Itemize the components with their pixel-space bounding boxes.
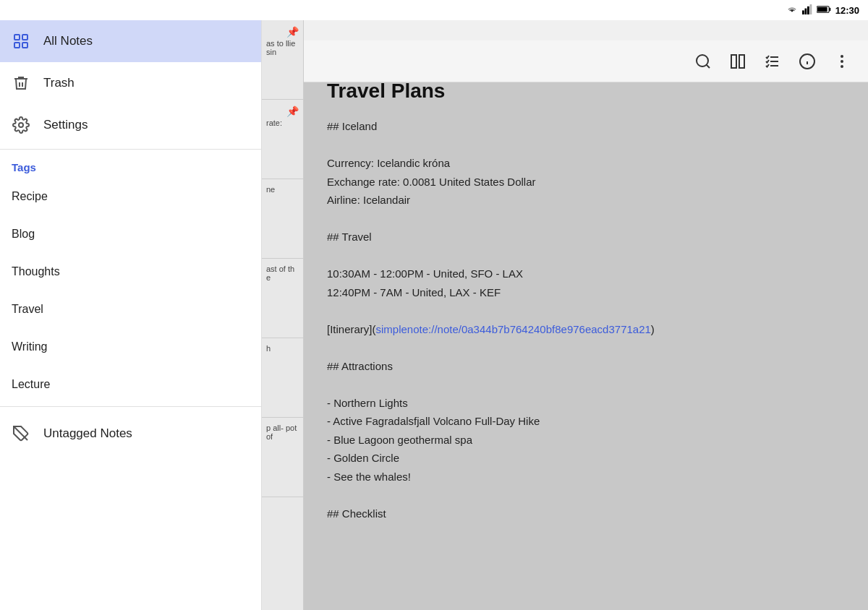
note-list-item-4[interactable]: ast of the (262, 259, 303, 338)
sidebar-item-settings[interactable]: Settings (0, 104, 261, 146)
itinerary-link[interactable]: simplenote://note/0a344b7b764240bf8e976e… (376, 323, 651, 335)
pin-icon-2: 📌 (286, 106, 299, 117)
sidebar-item-trash[interactable]: Trash (0, 62, 261, 104)
svg-line-13 (14, 427, 27, 440)
sidebar-tag-lecture[interactable]: Lecture (0, 366, 261, 403)
trash-icon (12, 74, 30, 93)
tag-blog-label: Blog (12, 228, 35, 241)
right-panel: Travel Plans ## IcelandCurrency: Iceland… (304, 20, 868, 610)
tag-thoughts-label: Thoughts (12, 265, 60, 278)
untagged-label: Untagged Notes (43, 426, 132, 441)
svg-rect-3 (809, 4, 812, 14)
tag-lecture-label: Lecture (12, 378, 50, 391)
pin-icon-1: 📌 (286, 26, 299, 38)
note-list-item-1[interactable]: 📌 as to lliesin (262, 20, 303, 100)
note-list-item-2[interactable]: 📌 rate: (262, 100, 303, 179)
divider-1 (0, 149, 261, 150)
note-body: ## IcelandCurrency: Icelandic krónaExcha… (327, 117, 845, 523)
checklist-button[interactable] (758, 47, 787, 76)
tags-header: Tags (0, 152, 261, 178)
tag-recipe-label: Recipe (12, 190, 48, 203)
settings-label: Settings (43, 118, 88, 132)
untagged-icon (12, 424, 30, 443)
svg-rect-5 (829, 7, 830, 10)
sidebar-item-untagged[interactable]: Untagged Notes (0, 413, 261, 455)
sidebar: All Notes Trash Settings (0, 20, 262, 610)
main-layout: All Notes Trash Settings (0, 20, 868, 610)
divider-2 (0, 406, 261, 407)
svg-point-24 (841, 55, 843, 58)
svg-rect-7 (14, 35, 20, 40)
svg-rect-17 (739, 55, 744, 68)
toolbar (304, 40, 868, 82)
svg-rect-9 (14, 43, 20, 48)
sidebar-tag-blog[interactable]: Blog (0, 215, 261, 253)
sidebar-item-all-notes[interactable]: All Notes (0, 20, 261, 62)
all-notes-icon (12, 32, 30, 51)
sidebar-tag-writing[interactable]: Writing (0, 328, 261, 366)
search-button[interactable] (689, 47, 718, 76)
svg-rect-16 (731, 55, 736, 68)
note-content-area[interactable]: Travel Plans ## IcelandCurrency: Iceland… (304, 62, 868, 610)
wifi-icon (786, 4, 798, 17)
svg-rect-6 (817, 7, 827, 11)
note-content-wrapper: Travel Plans ## IcelandCurrency: Iceland… (327, 80, 845, 523)
settings-icon (12, 116, 30, 134)
more-button[interactable] (827, 47, 856, 76)
note-list-item-6[interactable]: p all- pot of (262, 418, 303, 497)
sidebar-tag-travel[interactable]: Travel (0, 291, 261, 328)
trash-label: Trash (43, 76, 75, 90)
svg-point-25 (841, 60, 843, 63)
svg-point-26 (841, 65, 843, 68)
svg-rect-10 (22, 43, 27, 48)
svg-rect-2 (807, 6, 809, 14)
all-notes-label: All Notes (43, 34, 93, 48)
note-list-item-3[interactable]: ne (262, 179, 303, 259)
status-bar: 12:30 (0, 0, 868, 20)
svg-point-14 (697, 55, 708, 66)
signal-icon (802, 4, 812, 17)
svg-point-11 (19, 123, 23, 127)
svg-rect-0 (802, 10, 804, 14)
status-time: 12:30 (835, 5, 859, 16)
battery-icon (817, 5, 831, 16)
notes-list-panel: 📌 as to lliesin 📌 rate: ne ast of the h … (262, 20, 304, 610)
svg-rect-8 (22, 35, 27, 40)
sidebar-tag-recipe[interactable]: Recipe (0, 178, 261, 215)
note-title: Travel Plans (327, 80, 845, 103)
svg-rect-1 (804, 8, 807, 14)
sidebar-tag-thoughts[interactable]: Thoughts (0, 253, 261, 291)
svg-line-15 (707, 64, 710, 67)
note-list-item-5[interactable]: h (262, 338, 303, 418)
tag-travel-label: Travel (12, 303, 43, 316)
tag-writing-label: Writing (12, 340, 48, 353)
layout-button[interactable] (723, 47, 752, 76)
info-button[interactable] (793, 47, 822, 76)
